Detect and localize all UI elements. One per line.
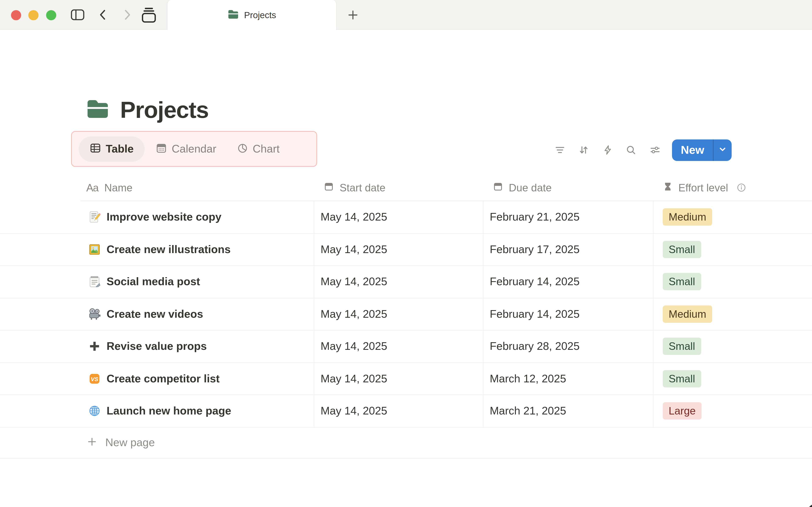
effort-level-cell[interactable]: Medium — [663, 298, 712, 330]
filter-icon[interactable] — [554, 145, 565, 156]
search-icon[interactable] — [625, 145, 637, 156]
heavy-plus-icon — [88, 340, 101, 353]
minimize-window-button[interactable] — [28, 10, 39, 20]
page-name: Revise value props — [107, 340, 207, 353]
table-row[interactable]: Launch new home pageMay 14, 2025March 21… — [0, 395, 812, 427]
name-cell[interactable]: Improve website copy — [88, 201, 221, 233]
effort-level-cell[interactable]: Small — [663, 330, 701, 362]
table-icon — [90, 143, 101, 156]
info-icon[interactable] — [737, 183, 746, 192]
new-button[interactable]: New — [672, 139, 713, 161]
due-date: February 14, 2025 — [490, 307, 579, 321]
due-date: February 14, 2025 — [490, 275, 579, 288]
svg-text:VS: VS — [91, 376, 98, 382]
column-header-due-date[interactable]: Effort level Due date — [493, 174, 552, 201]
name-cell[interactable]: Social media post — [88, 266, 200, 298]
framed-picture-icon — [88, 243, 101, 256]
tab-title: Projects — [244, 10, 276, 20]
column-label: Start date — [340, 181, 386, 194]
table-row[interactable]: Create new illustrationsMay 14, 2025Febr… — [0, 233, 812, 266]
close-window-button[interactable] — [11, 10, 21, 20]
table-header: Aa Name Start date Effort level Due date… — [0, 174, 812, 201]
new-page-label: New page — [105, 436, 155, 449]
new-tab-icon[interactable] — [346, 0, 359, 30]
due-date-cell[interactable]: February 28, 2025 — [490, 330, 579, 362]
column-label: Effort level — [678, 181, 728, 194]
due-date-cell[interactable]: February 14, 2025 — [490, 298, 579, 330]
view-tab-label: Chart — [253, 143, 280, 156]
chevron-down-icon — [717, 144, 728, 156]
name-cell[interactable]: VSCreate competitor list — [88, 363, 220, 395]
start-date-cell[interactable]: May 14, 2025 — [320, 395, 387, 427]
view-tab-calendar[interactable]: Calendar — [156, 143, 216, 156]
name-cell[interactable]: Create new videos — [88, 298, 203, 330]
sidebar-toggle-icon[interactable] — [70, 0, 85, 30]
effort-level-cell[interactable]: Small — [663, 363, 701, 395]
start-date-cell[interactable]: May 14, 2025 — [320, 266, 387, 298]
effort-badge: Small — [663, 241, 701, 258]
name-cell[interactable]: Revise value props — [88, 330, 207, 362]
tab-projects[interactable]: Projects — [167, 0, 337, 30]
green-folder-icon[interactable] — [86, 99, 110, 121]
new-button-group: New — [672, 139, 732, 161]
view-tab-table[interactable]: Table — [79, 136, 145, 162]
start-date-cell[interactable]: May 14, 2025 — [320, 330, 387, 362]
back-icon[interactable] — [97, 0, 108, 30]
view-tab-chart[interactable]: Chart — [237, 143, 280, 156]
due-date-cell[interactable]: February 14, 2025 — [490, 266, 579, 298]
start-date-cell[interactable]: May 14, 2025 — [320, 298, 387, 330]
page-header: Projects — [86, 96, 208, 123]
name-cell[interactable]: Create new illustrations — [88, 233, 231, 265]
page-name: Improve website copy — [107, 211, 221, 224]
new-dropdown-button[interactable] — [713, 139, 732, 161]
column-header-effort-level[interactable]: Effort level — [663, 174, 746, 201]
help-button[interactable] — [806, 503, 812, 507]
table-body: Improve website copyMay 14, 2025February… — [0, 201, 812, 427]
due-date-cell[interactable]: March 12, 2025 — [490, 363, 566, 395]
views-highlight-box: Table Calendar Chart — [71, 131, 317, 167]
automation-icon[interactable] — [602, 145, 613, 156]
notion-window: Projects Projects Table Calendar — [0, 0, 812, 507]
table-row[interactable]: VSCreate competitor listMay 14, 2025Marc… — [0, 363, 812, 395]
window-tab-bar: Projects — [0, 0, 812, 30]
start-date: May 14, 2025 — [320, 307, 387, 321]
new-page-row[interactable]: New page — [0, 427, 812, 458]
calendar-icon — [493, 181, 503, 194]
effort-level-cell[interactable]: Small — [663, 233, 701, 265]
zoom-window-button[interactable] — [46, 10, 56, 20]
settings-sliders-icon[interactable] — [650, 145, 661, 156]
due-date-cell[interactable]: February 21, 2025 — [490, 201, 579, 233]
film-projector-icon — [88, 307, 101, 321]
effort-badge: Small — [663, 273, 701, 290]
table-row[interactable]: Improve website copyMay 14, 2025February… — [0, 201, 812, 233]
table-row[interactable]: Create new videosMay 14, 2025February 14… — [0, 298, 812, 330]
start-date-cell[interactable]: May 14, 2025 — [320, 363, 387, 395]
effort-level-cell[interactable]: Large — [663, 395, 702, 427]
sort-icon[interactable] — [578, 145, 589, 156]
tab-stack-icon[interactable] — [140, 0, 158, 30]
column-header-start-date[interactable]: Start date — [324, 174, 386, 201]
due-date-cell[interactable]: March 21, 2025 — [490, 395, 566, 427]
column-header-name[interactable]: Aa Name — [86, 174, 133, 201]
start-date-cell[interactable]: May 14, 2025 — [320, 233, 387, 265]
start-date: May 14, 2025 — [320, 243, 387, 256]
effort-level-cell[interactable]: Medium — [663, 201, 712, 233]
due-date: March 21, 2025 — [490, 404, 566, 418]
table-row[interactable]: Social media postMay 14, 2025February 14… — [0, 266, 812, 298]
name-cell[interactable]: Launch new home page — [88, 395, 231, 427]
effort-level-cell[interactable]: Small — [663, 266, 701, 298]
page-title: Projects — [120, 96, 208, 123]
vs-icon: VS — [88, 372, 101, 385]
view-tab-label: Calendar — [172, 143, 216, 156]
due-date: March 12, 2025 — [490, 372, 566, 385]
start-date-cell[interactable]: May 14, 2025 — [320, 201, 387, 233]
start-date: May 14, 2025 — [320, 340, 387, 353]
start-date: May 14, 2025 — [320, 404, 387, 418]
globe-icon — [88, 404, 101, 418]
table-row[interactable]: Revise value propsMay 14, 2025February 2… — [0, 330, 812, 363]
effort-badge: Medium — [663, 305, 712, 323]
start-date: May 14, 2025 — [320, 372, 387, 385]
hourglass-icon — [663, 181, 672, 194]
due-date-cell[interactable]: February 17, 2025 — [490, 233, 579, 265]
forward-icon[interactable] — [122, 0, 133, 30]
